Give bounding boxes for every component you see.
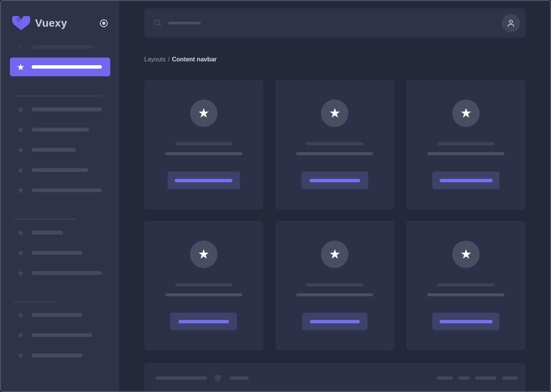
star-icon: ★: [329, 106, 340, 120]
breadcrumb: Layouts/Content navbar: [144, 56, 525, 63]
card-subtitle-skeleton: [427, 293, 504, 296]
heart-icon: [213, 373, 223, 383]
star-icon: ★: [16, 105, 26, 114]
star-icon: ★: [460, 247, 472, 262]
footer-link-skeleton: [475, 376, 496, 380]
card-title-skeleton: [175, 142, 232, 145]
card-button[interactable]: [432, 313, 499, 330]
star-icon: ★: [16, 145, 26, 154]
sidebar-item[interactable]: ★: [16, 310, 82, 320]
sidebar-item-active[interactable]: ★: [10, 58, 110, 76]
sidebar-item[interactable]: ★: [16, 105, 102, 114]
nav-label-skeleton: [32, 333, 92, 337]
nav-label-skeleton: [32, 45, 93, 49]
star-icon: ★: [16, 351, 26, 360]
star-icon: ★: [460, 106, 472, 120]
nav-label-skeleton: [32, 188, 102, 192]
star-icon: ★: [16, 125, 26, 134]
card: ★: [276, 80, 395, 209]
nav-label-skeleton: [32, 251, 82, 255]
card: ★: [276, 221, 395, 350]
card-button[interactable]: [302, 313, 367, 330]
card-subtitle-skeleton: [296, 293, 373, 296]
button-label-skeleton: [309, 179, 360, 182]
footer: [144, 363, 525, 391]
nav-label-skeleton: [32, 313, 82, 317]
nav-label-skeleton: [32, 65, 102, 69]
sidebar-item[interactable]: ★: [16, 248, 82, 257]
footer-right-skeleton: [437, 376, 518, 380]
sidebar: Vuexy ★★★★★★★★★★★★★: [1, 1, 119, 391]
sidebar-item[interactable]: ★: [16, 125, 89, 134]
card: ★: [144, 221, 263, 350]
sidebar-item[interactable]: ★: [16, 165, 88, 175]
sidebar-item[interactable]: ★: [16, 42, 93, 51]
breadcrumb-parent[interactable]: Layouts: [144, 56, 166, 63]
nav-label-skeleton: [32, 148, 76, 152]
button-label-skeleton: [310, 320, 360, 323]
sidebar-item[interactable]: ★: [16, 145, 76, 154]
search-input[interactable]: [153, 8, 502, 38]
star-icon: ★: [16, 268, 26, 278]
nav-section-heading-skeleton: [13, 218, 76, 220]
card-subtitle-skeleton: [165, 152, 242, 155]
button-label-skeleton: [179, 320, 229, 323]
star-icon: ★: [198, 106, 209, 120]
star-icon: ★: [16, 165, 26, 175]
card-title-skeleton: [175, 283, 232, 286]
nav-section-heading-skeleton: [13, 301, 56, 303]
sidebar-item[interactable]: ★: [16, 351, 82, 360]
main-content: Layouts/Content navbar ★★★★★★: [119, 1, 550, 391]
app-window: Vuexy ★★★★★★★★★★★★★: [0, 0, 551, 392]
sidebar-nav: ★★★★★★★★★★★★★: [1, 1, 119, 391]
footer-text-skeleton: [230, 376, 249, 380]
star-icon: ★: [16, 228, 26, 237]
footer-text-skeleton: [155, 376, 207, 380]
card-button[interactable]: [432, 172, 499, 189]
sidebar-item[interactable]: ★: [16, 268, 102, 278]
button-label-skeleton: [440, 320, 493, 323]
star-icon: ★: [16, 331, 26, 340]
nav-label-skeleton: [32, 271, 102, 275]
button-label-skeleton: [175, 179, 232, 182]
button-label-skeleton: [440, 179, 493, 182]
star-icon: ★: [16, 63, 26, 72]
card-avatar-circle: ★: [190, 241, 218, 268]
card: ★: [406, 221, 525, 350]
footer-link-skeleton: [502, 376, 518, 380]
search-icon: [153, 19, 162, 27]
breadcrumb-separator: /: [168, 56, 169, 63]
card: ★: [144, 80, 263, 209]
search-placeholder-skeleton: [168, 22, 201, 24]
card-avatar-circle: ★: [321, 100, 348, 127]
card-button[interactable]: [168, 172, 240, 189]
card-button[interactable]: [170, 313, 237, 330]
footer-link-skeleton: [437, 376, 453, 380]
sidebar-item[interactable]: ★: [16, 228, 63, 237]
nav-label-skeleton: [32, 353, 82, 357]
nav-label-skeleton: [32, 128, 89, 132]
card-title-skeleton: [437, 283, 495, 286]
card: ★: [406, 80, 525, 209]
star-icon: ★: [16, 248, 26, 257]
card-subtitle-skeleton: [427, 152, 504, 155]
card-subtitle-skeleton: [165, 293, 242, 296]
footer-link-skeleton: [459, 376, 469, 380]
sidebar-item[interactable]: ★: [16, 331, 92, 340]
star-icon: ★: [329, 247, 340, 262]
user-avatar[interactable]: [502, 14, 520, 32]
nav-label-skeleton: [32, 108, 102, 111]
card-avatar-circle: ★: [321, 241, 348, 268]
card-title-skeleton: [306, 142, 363, 145]
nav-label-skeleton: [32, 168, 88, 172]
nav-label-skeleton: [32, 231, 63, 235]
star-icon: ★: [198, 247, 209, 262]
card-grid: ★★★★★★: [144, 80, 525, 350]
card-avatar-circle: ★: [190, 100, 218, 127]
card-button[interactable]: [301, 172, 368, 189]
card-avatar-circle: ★: [452, 241, 480, 268]
footer-left-skeleton: [155, 373, 249, 383]
sidebar-item[interactable]: ★: [16, 186, 102, 195]
card-title-skeleton: [437, 142, 495, 145]
card-subtitle-skeleton: [296, 152, 373, 155]
